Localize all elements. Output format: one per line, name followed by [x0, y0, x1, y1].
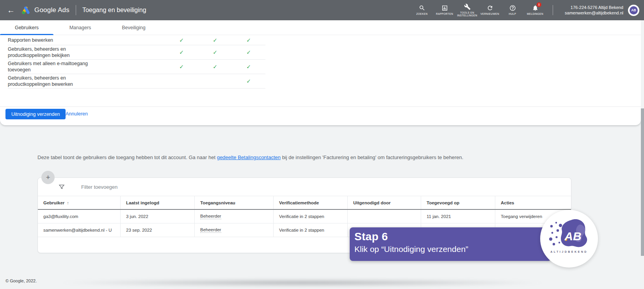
- cell-gebruiker: ga3@fluxility.com: [38, 210, 121, 223]
- table-row[interactable]: ga3@fluxility.com 3 jun. 2022 Beheerder …: [38, 210, 571, 223]
- column-label: Uitgenodigd door: [353, 200, 391, 205]
- tab-beveiliging[interactable]: Beveiliging: [107, 20, 160, 35]
- google-ads-logo: Google Ads: [21, 6, 69, 14]
- column-header-laatst-ingelogd[interactable]: Laatst ingelogd: [121, 196, 195, 209]
- send-invitation-button[interactable]: Uitnodiging verzenden: [5, 109, 66, 119]
- tools-settings-button[interactable]: TOOLS EN INSTELLINGEN: [456, 0, 479, 20]
- help-icon: [509, 5, 516, 11]
- cell-verificatiemethode: Verificatie in 2 stappen: [274, 223, 348, 237]
- cell-gebruiker: samenwerken@altijdbekend.nl - U: [38, 223, 121, 237]
- note-text: Deze tabel toont de gebruikers die toega…: [37, 154, 217, 160]
- toolbar-label: ZOEKEN: [416, 12, 427, 16]
- google-ads-triangle-icon: [21, 6, 30, 14]
- notification-badge: !: [536, 2, 542, 7]
- header-divider: [76, 5, 76, 15]
- notifications-button[interactable]: ! MELDINGEN: [524, 0, 546, 20]
- copyright: © Google, 2022.: [5, 278, 37, 283]
- column-label: Verificatiemethode: [279, 200, 319, 205]
- sort-ascending-icon: ↑: [67, 200, 69, 205]
- tab-label: Gebruikers: [15, 25, 39, 30]
- permission-row: Rapporten bewerken ✓ ✓ ✓: [8, 35, 265, 45]
- reports-button[interactable]: RAPPORTEN: [433, 0, 456, 20]
- permission-label: Gebruikers, beheerders en productkoppeli…: [8, 74, 165, 88]
- column-header-uitgenodigd-door[interactable]: Uitgenodigd door: [348, 196, 421, 209]
- check-icon: ✓: [232, 37, 265, 43]
- filter-row: [38, 178, 571, 196]
- column-header-verificatiemethode[interactable]: Verificatiemethode: [274, 196, 348, 209]
- table-header-row: Gebruiker↑ Laatst ingelogd Toegangsnivea…: [38, 196, 571, 210]
- refresh-button[interactable]: VERNIEUWEN: [479, 0, 501, 20]
- account-info[interactable]: 176-224-5276 Altijd Bekend samenwerken@a…: [565, 5, 623, 16]
- check-icon: ✓: [165, 64, 198, 70]
- check-icon: ✓: [165, 37, 198, 43]
- users-table-note: Deze tabel toont de gebruikers die toega…: [37, 154, 529, 160]
- cell-laatst-ingelogd: 23 sep. 2022: [121, 223, 195, 237]
- cell-laatst-ingelogd: 3 jun. 2022: [121, 210, 195, 223]
- bottom-scroll-shadow: [62, 279, 543, 286]
- tab-label: Beveiliging: [122, 25, 145, 30]
- add-user-button[interactable]: +: [41, 171, 55, 184]
- toolbar-label: TOOLS EN INSTELLINGEN: [457, 11, 478, 17]
- help-button[interactable]: HULP: [501, 0, 524, 20]
- column-label: Toegevoegd op: [427, 200, 459, 205]
- cell-verificatiemethode: Verificatie in 2 stappen: [274, 210, 348, 223]
- tutorial-step-overlay: Stap 6 Klik op “Uitnodiging verzenden”: [350, 227, 551, 261]
- page-title: Toegang en beveiliging: [82, 7, 146, 14]
- altijdbekend-blob-logo: AB: [540, 210, 598, 268]
- step-title: Stap 6: [354, 230, 551, 243]
- search-button[interactable]: ZOEKEN: [411, 0, 433, 20]
- check-icon: ✓: [165, 49, 198, 55]
- note-text: bij de instellingen 'Facturering en beta…: [281, 154, 463, 160]
- tab-label: Managers: [69, 25, 91, 30]
- permission-row: Gebruikers, beheerders en productkoppeli…: [8, 45, 265, 60]
- header-divider: [553, 5, 553, 15]
- step-instruction: Klik op “Uitnodiging verzenden”: [354, 245, 551, 254]
- tab-bar: Gebruikers Managers Beveiliging: [0, 20, 641, 35]
- account-email: samenwerken@altijdbekend.nl: [565, 10, 623, 16]
- account-id: 176-224-5276 Altijd Bekend: [565, 5, 623, 10]
- wrench-icon: [464, 4, 471, 10]
- search-icon: [419, 5, 425, 11]
- toolbar-label: RAPPORTEN: [436, 12, 453, 16]
- check-icon: ✓: [198, 37, 232, 43]
- permission-row: Gebruikers met alleen e-mailtoegang toev…: [8, 60, 265, 74]
- check-icon: ✓: [232, 49, 265, 55]
- scrollbar-thumb[interactable]: [641, 108, 644, 256]
- column-label: Laatst ingelogd: [126, 200, 159, 205]
- column-label: Gebruiker: [43, 200, 64, 205]
- section-divider: [0, 106, 641, 107]
- column-label: Acties: [501, 200, 514, 205]
- altijdbekend-logo-badge: AB ALTIJDBEKEND: [540, 210, 598, 268]
- avatar[interactable]: AB: [628, 5, 639, 16]
- column-label: Toegangsniveau: [200, 200, 235, 205]
- betalingscontacten-link[interactable]: gedeelte Betalingscontacten: [217, 154, 281, 160]
- cancel-button[interactable]: Annuleren: [66, 109, 88, 119]
- back-arrow-icon[interactable]: ←: [3, 2, 19, 18]
- cell-toegevoegd-op: 11 jan. 2021: [421, 210, 495, 223]
- tab-gebruikers[interactable]: Gebruikers: [0, 20, 53, 35]
- permission-label: Gebruikers met alleen e-mailtoegang toev…: [8, 60, 165, 74]
- toolbar-label: VERNIEUWEN: [480, 12, 499, 16]
- toegangsniveau-value[interactable]: Beheerder: [200, 227, 221, 233]
- check-icon: ✓: [232, 64, 265, 70]
- reports-icon: [441, 5, 448, 11]
- refresh-icon: [487, 5, 493, 11]
- check-icon: ✓: [198, 64, 232, 70]
- tab-managers[interactable]: Managers: [53, 20, 107, 35]
- permissions-table: Rapporten bewerken ✓ ✓ ✓ Gebruikers, beh…: [8, 35, 265, 89]
- filter-input[interactable]: [81, 184, 198, 190]
- toolbar-label: HULP: [509, 12, 516, 16]
- toegangsniveau-value[interactable]: Beheerder: [200, 214, 221, 219]
- check-icon: ✓: [198, 49, 232, 55]
- column-header-toegangsniveau[interactable]: Toegangsniveau: [195, 196, 274, 209]
- filter-icon[interactable]: [59, 184, 65, 190]
- app-header: ← Google Ads Toegang en beveiliging ZOEK…: [0, 0, 644, 20]
- column-header-acties[interactable]: Acties: [495, 196, 571, 209]
- permission-row: Gebruikers, beheerders en productkoppeli…: [8, 74, 265, 89]
- brand-name: Google Ads: [34, 6, 69, 14]
- cell-toegangsniveau: Beheerder: [195, 223, 274, 237]
- cell-uitgenodigd-door: [348, 210, 421, 223]
- toolbar-label: MELDINGEN: [527, 12, 543, 16]
- column-header-toegevoegd-op[interactable]: Toegevoegd op: [421, 196, 495, 209]
- column-header-gebruiker[interactable]: Gebruiker↑: [38, 196, 121, 209]
